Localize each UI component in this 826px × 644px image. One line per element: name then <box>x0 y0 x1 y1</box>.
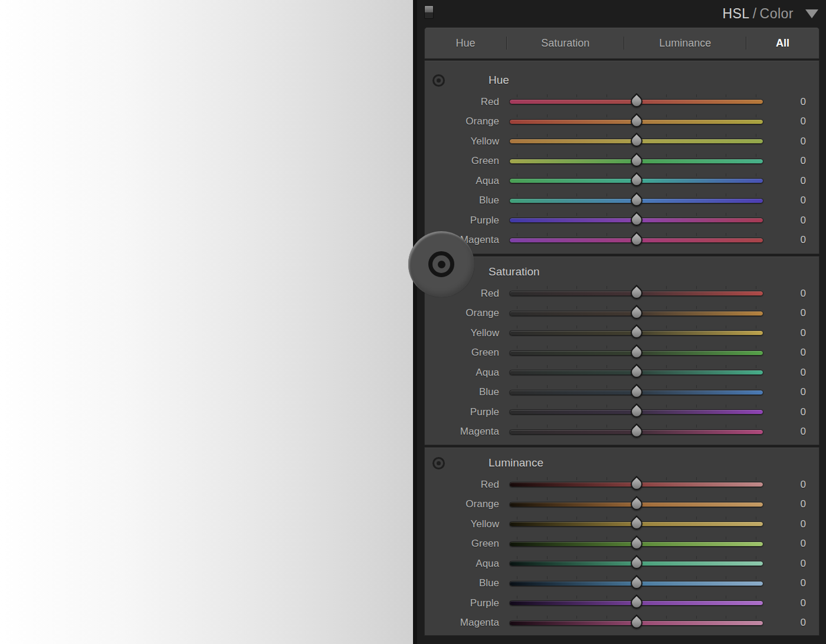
slider-tick <box>696 517 697 520</box>
slider-value[interactable]: 0 <box>763 518 819 530</box>
panel-switch-icon[interactable] <box>424 5 434 19</box>
slider-tick <box>607 233 607 236</box>
slider-tick <box>726 497 726 500</box>
slider-tick <box>696 576 697 579</box>
slider-handle[interactable] <box>628 133 644 149</box>
slider-value[interactable]: 0 <box>763 406 819 418</box>
slider-tick <box>607 385 607 388</box>
slider-track[interactable] <box>509 613 763 633</box>
slider-row-green: Green0 <box>425 343 819 363</box>
slider-handle[interactable] <box>628 344 644 360</box>
slider-track[interactable] <box>509 593 763 613</box>
slider-track[interactable] <box>509 284 763 304</box>
slider-value[interactable]: 0 <box>763 617 819 629</box>
slider-tick <box>607 346 607 349</box>
slider-handle[interactable] <box>628 476 644 492</box>
slider-handle[interactable] <box>628 403 644 420</box>
slider-handle[interactable] <box>628 535 644 551</box>
slider-track[interactable] <box>509 323 763 343</box>
tab-all[interactable]: All <box>746 28 819 58</box>
collapse-triangle-icon[interactable] <box>805 9 818 18</box>
slider-tick <box>517 213 517 216</box>
slider-value[interactable]: 0 <box>763 498 819 510</box>
slider-value[interactable]: 0 <box>763 347 819 359</box>
slider-value[interactable]: 0 <box>763 538 819 550</box>
slider-value[interactable]: 0 <box>763 307 819 319</box>
slider-tick <box>726 213 726 216</box>
slider-value[interactable]: 0 <box>763 479 819 491</box>
slider-value[interactable]: 0 <box>763 96 819 108</box>
slider-value[interactable]: 0 <box>763 234 819 246</box>
slider-track[interactable] <box>509 534 763 554</box>
slider-handle[interactable] <box>628 152 644 169</box>
slider-track[interactable] <box>509 514 763 534</box>
slider-value[interactable]: 0 <box>763 175 819 187</box>
slider-value[interactable]: 0 <box>763 215 819 226</box>
slider-track[interactable] <box>509 383 763 403</box>
slider-handle[interactable] <box>628 113 644 129</box>
slider-tick <box>696 477 697 480</box>
slider-track[interactable] <box>509 231 763 251</box>
slider-tick <box>696 365 697 368</box>
slider-value[interactable]: 0 <box>763 577 819 589</box>
panel-title[interactable]: HSL/Color <box>722 6 794 22</box>
slider-track[interactable] <box>509 152 763 172</box>
slider-value[interactable]: 0 <box>763 597 819 609</box>
slider-track[interactable] <box>509 132 763 152</box>
slider-track[interactable] <box>509 574 763 594</box>
slider-track[interactable] <box>509 211 763 231</box>
slider-tick <box>696 385 697 388</box>
slider-value[interactable]: 0 <box>763 367 819 379</box>
slider-track[interactable] <box>509 495 763 515</box>
slider-handle[interactable] <box>628 555 644 571</box>
slider-tick <box>696 213 697 216</box>
slider-track[interactable] <box>509 554 763 574</box>
slider-handle[interactable] <box>628 515 644 532</box>
slider-handle[interactable] <box>628 423 644 439</box>
slider-tick <box>666 154 667 157</box>
slider-handle[interactable] <box>628 285 644 301</box>
slider-tick <box>756 365 756 368</box>
slider-tick <box>726 286 726 289</box>
slider-value[interactable]: 0 <box>763 136 819 147</box>
tab-luminance[interactable]: Luminance <box>624 28 745 58</box>
tab-saturation[interactable]: Saturation <box>507 28 624 58</box>
slider-value[interactable]: 0 <box>763 155 819 167</box>
slider-value[interactable]: 0 <box>763 288 819 300</box>
slider-handle[interactable] <box>628 594 644 611</box>
slider-handle[interactable] <box>628 324 644 341</box>
slider-value[interactable]: 0 <box>763 116 819 127</box>
slider-value[interactable]: 0 <box>763 386 819 398</box>
slider-value[interactable]: 0 <box>763 327 819 339</box>
slider-handle[interactable] <box>628 383 644 400</box>
slider-handle[interactable] <box>628 574 644 591</box>
slider-handle[interactable] <box>628 614 644 630</box>
slider-handle[interactable] <box>628 212 644 228</box>
slider-handle[interactable] <box>628 495 644 512</box>
slider-track[interactable] <box>509 112 763 132</box>
slider-track[interactable] <box>509 171 763 191</box>
slider-value[interactable]: 0 <box>763 195 819 206</box>
slider-track[interactable] <box>509 402 763 422</box>
slider-value[interactable]: 0 <box>763 558 819 570</box>
slider-value[interactable]: 0 <box>763 426 819 438</box>
slider-track[interactable] <box>509 363 763 383</box>
slider-track[interactable] <box>509 422 763 442</box>
slider-track[interactable] <box>509 191 763 211</box>
slider-track[interactable] <box>509 92 763 112</box>
slider-handle[interactable] <box>628 192 644 208</box>
tab-hue[interactable]: Hue <box>425 28 506 58</box>
slider-track[interactable] <box>509 343 763 363</box>
target-adjust-icon[interactable] <box>432 457 445 469</box>
slider-handle[interactable] <box>628 93 644 110</box>
slider-track[interactable] <box>509 475 763 495</box>
slider-tick <box>696 326 697 328</box>
slider-handle[interactable] <box>628 304 644 321</box>
slider-tick <box>517 556 517 559</box>
target-adjust-icon[interactable] <box>432 74 445 87</box>
slider-track[interactable] <box>509 304 763 324</box>
slider-handle[interactable] <box>628 231 644 248</box>
slider-handle[interactable] <box>628 172 644 189</box>
slider-handle[interactable] <box>628 364 644 380</box>
slider-label: Blue <box>425 386 499 398</box>
